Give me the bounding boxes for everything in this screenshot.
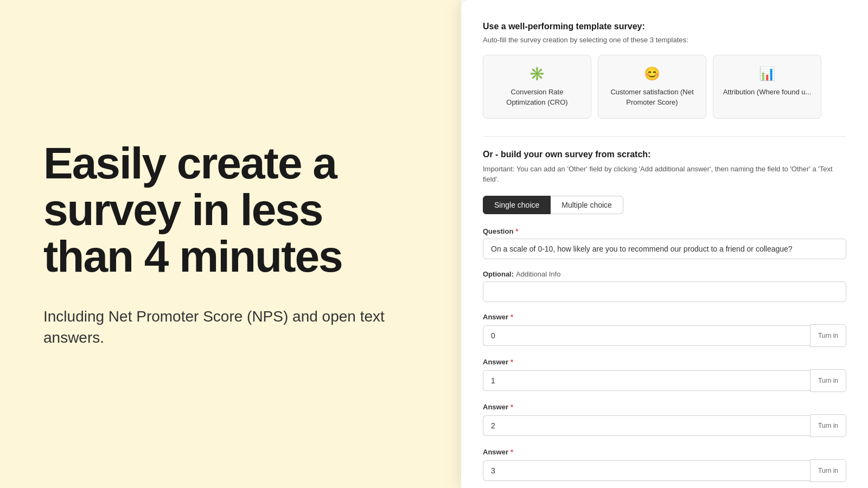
answer-0-group: Answer * Turn in — [483, 313, 846, 347]
nps-icon: 😊 — [607, 66, 697, 81]
template-section-desc: Auto-fill the survey creation by selecti… — [483, 36, 846, 44]
answer-1-label: Answer * — [483, 358, 846, 366]
template-section-title: Use a well-performing template survey: — [483, 22, 846, 31]
templates-row: ✳️ Conversion Rate Optimization (CRO) 😊 … — [483, 55, 846, 119]
answer-3-row: Turn in — [483, 459, 846, 482]
answer-2-row: Turn in — [483, 414, 846, 437]
answer-2-input[interactable] — [483, 415, 810, 436]
optional-label: Optional: Additional Info — [483, 270, 846, 278]
template-card-nps[interactable]: 😊 Customer satisfaction (Net Promoter Sc… — [598, 55, 706, 119]
build-title: Or - build your own survey from scratch: — [483, 150, 846, 159]
attribution-label: Attribution (Where found u... — [723, 88, 812, 96]
left-panel: Easily create a survey in less than 4 mi… — [0, 0, 461, 488]
attribution-icon: 📊 — [722, 66, 812, 81]
build-section: Or - build your own survey from scratch:… — [483, 150, 846, 482]
answer-3-group: Answer * Turn in — [483, 448, 846, 482]
question-input[interactable] — [483, 239, 846, 259]
answer-0-row: Turn in — [483, 324, 846, 347]
answer-0-turn-in-button[interactable]: Turn in — [810, 324, 846, 347]
answer-1-input[interactable] — [483, 370, 810, 391]
template-card-cro[interactable]: ✳️ Conversion Rate Optimization (CRO) — [483, 55, 591, 119]
question-required-star: * — [515, 227, 518, 235]
answer-2-group: Answer * Turn in — [483, 403, 846, 437]
answer-1-row: Turn in — [483, 369, 846, 392]
answer-3-input[interactable] — [483, 460, 810, 481]
choice-toggle-group: Single choice Multiple choice — [483, 196, 846, 214]
answer-3-turn-in-button[interactable]: Turn in — [810, 459, 846, 482]
answer-0-label: Answer * — [483, 313, 846, 321]
answer-2-star: * — [510, 403, 513, 411]
right-panel: Use a well-performing template survey: A… — [461, 0, 868, 488]
answer-3-label: Answer * — [483, 448, 846, 456]
answer-1-star: * — [510, 358, 513, 366]
answer-3-star: * — [510, 448, 513, 456]
multiple-choice-button[interactable]: Multiple choice — [551, 196, 623, 214]
nps-label: Customer satisfaction (Net Promoter Scor… — [610, 88, 693, 106]
optional-input[interactable] — [483, 281, 846, 302]
template-section: Use a well-performing template survey: A… — [483, 22, 846, 119]
cro-icon: ✳️ — [492, 66, 582, 81]
single-choice-button[interactable]: Single choice — [483, 196, 551, 214]
answer-0-input[interactable] — [483, 325, 810, 346]
build-note: Important: You can add an 'Other' field … — [483, 164, 846, 185]
hero-title: Easily create a survey in less than 4 mi… — [43, 140, 418, 280]
answer-2-turn-in-button[interactable]: Turn in — [810, 414, 846, 437]
answer-2-label: Answer * — [483, 403, 846, 411]
cro-label: Conversion Rate Optimization (CRO) — [506, 88, 567, 106]
template-card-attribution[interactable]: 📊 Attribution (Where found u... — [713, 55, 821, 119]
answer-1-group: Answer * Turn in — [483, 358, 846, 392]
question-label: Question * — [483, 227, 846, 235]
hero-subtitle: Including Net Promoter Score (NPS) and o… — [43, 306, 418, 348]
optional-field-group: Optional: Additional Info — [483, 270, 846, 302]
divider — [483, 136, 846, 137]
question-field-group: Question * — [483, 227, 846, 259]
answer-1-turn-in-button[interactable]: Turn in — [810, 369, 846, 392]
answer-0-star: * — [510, 313, 513, 321]
